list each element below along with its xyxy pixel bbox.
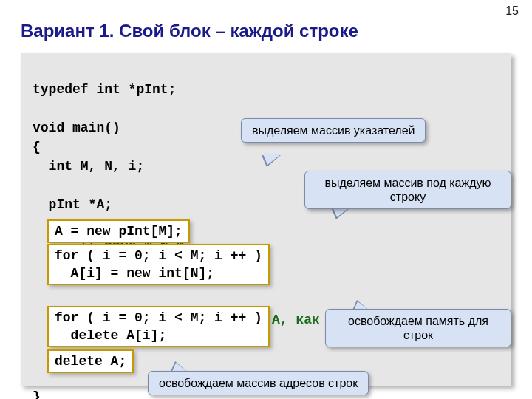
callout-alloc-ptr: выделяем массив указателей — [241, 118, 426, 143]
code-panel: typedef int *pInt; void main() { int M, … — [21, 53, 511, 386]
code-line: pInt *A; — [33, 197, 112, 212]
code-line: } — [33, 389, 41, 399]
highlight-box-free-ptr: delete A; — [47, 349, 134, 373]
callout-alloc-rows: выделяем массив под каждую строку — [304, 171, 511, 209]
code-line: { — [33, 140, 41, 154]
code-line: int M, N, i; — [33, 159, 144, 174]
highlight-box-alloc-rows: for ( i = 0; i < M; i ++ ) A[i] = new in… — [47, 244, 270, 285]
callout-free-ptr: освобождаем массив адресов строк — [148, 371, 369, 395]
code-line: void main() — [33, 120, 120, 135]
highlight-box-alloc-ptr: A = new pInt[M]; — [47, 219, 190, 243]
page-number: 15 — [505, 4, 519, 18]
callout-free-rows: освобождаем память для строк — [325, 309, 511, 347]
page-title: Вариант 1. Свой блок – каждой строке — [21, 21, 358, 41]
highlight-box-free-rows: for ( i = 0; i < M; i ++ ) delete A[i]; — [47, 306, 270, 347]
code-line: typedef int *pInt; — [33, 82, 176, 97]
